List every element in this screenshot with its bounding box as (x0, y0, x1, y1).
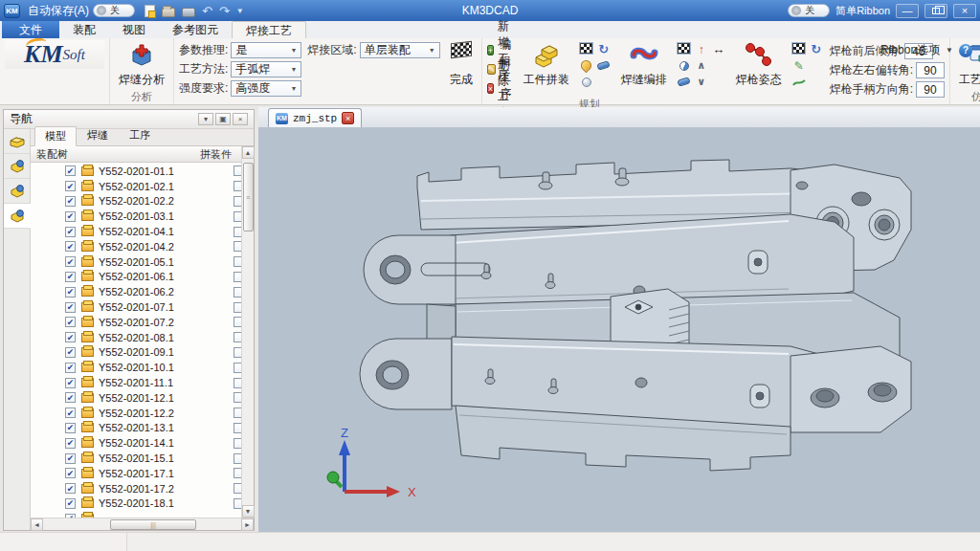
visibility-checkbox[interactable]: ✔ (65, 196, 76, 207)
tree-row-partial[interactable]: ✔ (31, 511, 254, 518)
scroll-down-icon[interactable]: ▼ (242, 505, 255, 518)
tab-assembly[interactable]: 装配 (59, 21, 109, 38)
visibility-checkbox[interactable]: ✔ (65, 438, 76, 449)
part-name[interactable]: Y552-0201-04.2 (99, 241, 234, 253)
part-name[interactable]: Y552-0201-02.1 (99, 181, 234, 192)
distance-icon[interactable]: ↔ (711, 42, 726, 56)
visibility-checkbox[interactable]: ✔ (65, 498, 76, 509)
part-name[interactable]: Y552-0201-15.1 (99, 452, 234, 464)
part-name[interactable]: Y552-0201-11.1 (99, 377, 234, 388)
param-reasoning-select[interactable]: 是▼ (231, 42, 301, 58)
ribbon-mode-toggle[interactable]: 关 (788, 4, 830, 17)
process-method-select[interactable]: 手弧焊▼ (231, 61, 301, 77)
part-name[interactable]: Y552-0201-10.1 (99, 362, 234, 373)
scrollbar-thumb[interactable]: ||| (110, 519, 196, 530)
tree-row[interactable]: ✔Y552-0201-17.1 (31, 466, 254, 481)
part-name[interactable]: Y552-0201-03.1 (99, 210, 234, 222)
visibility-checkbox[interactable]: ✔ (65, 392, 76, 403)
tree-row[interactable]: ✔Y552-0201-04.1 (31, 224, 254, 239)
weld-analysis-button[interactable]: 焊缝分析 (115, 40, 168, 90)
visibility-checkbox[interactable]: ✔ (65, 256, 76, 267)
tree-row[interactable]: ✔Y552-0201-04.2 (31, 239, 254, 254)
flag-icon[interactable] (677, 42, 691, 55)
scrollbar-thumb[interactable]: ≡ (243, 163, 254, 231)
part-name[interactable]: Y552-0201-06.1 (99, 271, 234, 282)
tree-row[interactable]: ✔Y552-0201-09.1 (31, 345, 254, 361)
tree-row[interactable]: ✔Y552-0201-07.1 (31, 299, 254, 315)
nav-tab-weld[interactable]: 焊缝 (77, 125, 119, 145)
help-icon[interactable]: ? (959, 44, 972, 57)
part-name[interactable]: Y552-0201-14.1 (99, 437, 234, 449)
tree-row[interactable]: ✔Y552-0201-13.1 (31, 421, 254, 436)
edit-pose-icon[interactable]: ✎ (791, 58, 807, 73)
capsule-icon[interactable] (596, 58, 612, 73)
close-button[interactable]: × (953, 4, 976, 18)
part-name[interactable]: Y552-0201-01.1 (99, 165, 234, 177)
scroll-right-icon[interactable]: ► (241, 518, 254, 531)
rotate-icon[interactable]: ↻ (809, 42, 824, 56)
tree-row[interactable]: ✔Y552-0201-18.1 (31, 496, 254, 512)
workpiece-assembly-button[interactable]: 工件拼装 (520, 40, 573, 90)
scroll-up-icon[interactable]: ▲ (242, 146, 255, 159)
open-folder-icon[interactable] (162, 8, 175, 17)
minimize-button[interactable]: — (896, 4, 919, 18)
visibility-checkbox[interactable]: ✔ (65, 181, 76, 191)
seam-arrange-button[interactable]: 焊缝编排 (617, 40, 671, 90)
tree-row[interactable]: ✔Y552-0201-14.1 (31, 435, 254, 451)
part-name[interactable]: Y552-0201-09.1 (99, 346, 234, 358)
collapse-ribbon-icon[interactable]: △ (867, 45, 875, 55)
part-name[interactable]: Y552-0201-13.1 (99, 422, 234, 433)
part-name[interactable]: Y552-0201-12.1 (99, 392, 234, 404)
save-icon[interactable] (182, 8, 195, 17)
panel-close-icon[interactable]: × (233, 113, 248, 125)
flag-icon[interactable] (791, 42, 806, 55)
autosave-toggle[interactable]: 关 (93, 4, 135, 17)
strip-process-icon[interactable] (4, 204, 31, 229)
app-icon[interactable]: KM (4, 4, 20, 18)
part-name[interactable]: Y552-0201-17.1 (99, 468, 234, 479)
panel-pin-icon[interactable]: ▣ (215, 113, 231, 125)
tree-row[interactable]: ✔Y552-0201-15.1 (31, 451, 254, 466)
tree-row[interactable]: ✔Y552-0201-02.2 (31, 194, 254, 209)
ribbon-options-label[interactable]: Ribbon选项 (880, 42, 940, 58)
weld-region-select[interactable]: 单层装配▼ (360, 42, 440, 58)
move-up-icon[interactable]: ↑ (694, 42, 709, 56)
undo-icon[interactable]: ↶ (202, 5, 212, 17)
nav-tab-process[interactable]: 工序 (119, 125, 161, 145)
part-name[interactable]: Y552-0201-07.1 (99, 301, 234, 313)
chevron-up-icon[interactable]: ∧ (694, 58, 709, 73)
visibility-checkbox[interactable]: ✔ (65, 468, 76, 478)
tree-row[interactable]: ✔Y552-0201-08.1 (31, 330, 254, 345)
visibility-checkbox[interactable]: ✔ (65, 302, 76, 313)
tree-row[interactable]: ✔Y552-0201-05.1 (31, 254, 254, 270)
tree-row[interactable]: ✔Y552-0201-10.1 (31, 360, 254, 375)
viewport-3d[interactable]: Z X (258, 128, 980, 532)
strip-assembly-icon[interactable] (4, 154, 30, 179)
visibility-checkbox[interactable]: ✔ (65, 211, 76, 222)
visibility-checkbox[interactable]: ✔ (65, 347, 76, 358)
visibility-checkbox[interactable]: ✔ (65, 287, 76, 298)
torch-yaw-input[interactable]: 90 (916, 62, 945, 78)
new-document-icon[interactable] (145, 5, 155, 17)
tree-row[interactable]: ✔Y552-0201-06.1 (31, 270, 254, 285)
visibility-checkbox[interactable]: ✔ (65, 241, 76, 252)
tree-row[interactable]: ✔Y552-0201-12.1 (31, 390, 254, 406)
restore-button[interactable] (924, 4, 947, 18)
tab-file[interactable]: 文件 (2, 21, 59, 38)
tree-row[interactable]: ✔Y552-0201-12.2 (31, 406, 254, 421)
part-name[interactable]: Y552-0201-07.2 (99, 317, 234, 328)
horizontal-scrollbar[interactable]: ◄ ||| ► (31, 518, 254, 530)
flag-icon[interactable] (579, 42, 593, 55)
delete-process-button[interactable]: × 删除工序 (487, 80, 514, 97)
tree-row[interactable]: ✔Y552-0201-03.1 (31, 209, 254, 224)
redo-icon[interactable]: ↷ (219, 5, 230, 17)
path-curve-icon[interactable] (791, 75, 807, 89)
tab-welding-process[interactable]: 焊接工艺 (232, 21, 306, 38)
torch-handle-input[interactable]: 90 (916, 81, 945, 98)
strength-requirement-select[interactable]: 高强度▼ (231, 80, 301, 97)
visibility-checkbox[interactable]: ✔ (65, 408, 76, 418)
chevron-down-icon[interactable]: ∨ (694, 75, 709, 89)
tree-row[interactable]: ✔Y552-0201-17.2 (31, 481, 254, 496)
tree-row[interactable]: ✔Y552-0201-01.1 (31, 164, 254, 179)
tab-reference[interactable]: 参考图元 (159, 21, 232, 38)
